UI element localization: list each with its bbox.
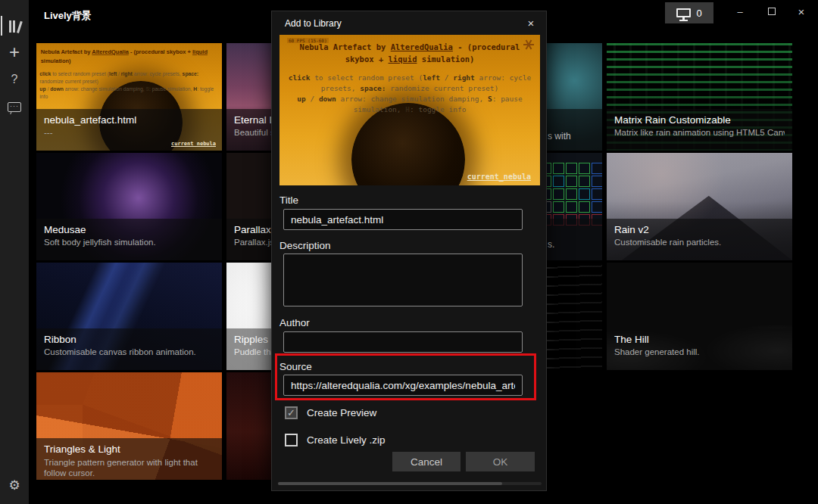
fps-counter: 60 FPS (15-60) (287, 38, 329, 43)
wallpaper-preview: 60 FPS (15-60) Nebula Artefact by Altere… (279, 35, 540, 185)
dialog-title: Add to Library (285, 18, 342, 29)
ok-button[interactable]: OK (466, 452, 535, 471)
tile-subtitle: Soft body jellyfish simulation. (44, 238, 214, 247)
cancel-button[interactable]: Cancel (392, 452, 461, 471)
current-nebula-link: current_nebula (171, 141, 216, 147)
tile-ribbon[interactable]: Ribbon Customisable canvas ribbon animat… (36, 263, 222, 370)
tile-label: Medusae Soft body jellyfish simulation. (36, 219, 222, 260)
description-input[interactable] (283, 254, 523, 306)
tile-subtitle: Triangle pattern generator with light th… (44, 457, 214, 479)
tile-subtitle: Matrix like rain animation using HTML5 C… (614, 128, 785, 137)
tile-subtitle: Customisable rain particles. (614, 238, 785, 247)
close-icon: × (798, 5, 805, 18)
tile-title: Triangles & Light (44, 443, 214, 455)
author-input[interactable] (283, 331, 523, 353)
tile-triangles-light[interactable]: Triangles & Light Triangle pattern gener… (36, 372, 222, 480)
create-zip-checkbox[interactable] (285, 434, 298, 446)
tile-subtitle: Customisable canvas ribbon animation. (44, 347, 214, 356)
gear-icon: ⚙ (8, 478, 20, 493)
monitor-icon (676, 8, 691, 17)
create-preview-label: Create Preview (307, 407, 376, 418)
create-preview-checkbox[interactable]: ✓ (285, 406, 298, 419)
tile-subtitle-fragment: s with (548, 131, 571, 142)
plus-icon: + (9, 45, 20, 60)
periodic-table-graphic (540, 163, 602, 226)
sidebar-item-add-wallpaper[interactable]: + (0, 39, 29, 65)
tile-the-hill[interactable]: The Hill Shader generated hill. (607, 263, 792, 370)
liquid-link: liquid (389, 54, 417, 64)
nebula-overlay-text: Nebula Artefact by AlteredQualia - (proc… (36, 43, 222, 101)
help-icon: ? (11, 73, 18, 86)
create-preview-row[interactable]: ✓ Create Preview (285, 406, 376, 419)
tile-subtitle-fragment: s. (548, 239, 554, 250)
sidebar-item-help[interactable]: ? (0, 67, 29, 92)
close-icon: × (528, 17, 535, 30)
create-zip-row[interactable]: Create Lively .zip (285, 434, 386, 446)
add-to-library-dialog: Add to Library × 60 FPS (15-60) Nebula A… (271, 11, 547, 491)
dialog-horizontal-scrollbar[interactable] (278, 482, 542, 485)
library-icon (9, 20, 20, 33)
tile-label: Rain v2 Customisable rain particles. (607, 219, 792, 260)
create-zip-label: Create Lively .zip (307, 434, 386, 446)
tile-nebula-artefact[interactable]: Nebula Artefact by AlteredQualia - (proc… (36, 43, 222, 151)
tile-rain-v2[interactable]: Rain v2 Customisable rain particles. (607, 153, 792, 260)
tile-label: Triangles & Light Triangle pattern gener… (36, 438, 222, 480)
feedback-icon: ··· (8, 102, 21, 112)
source-field-label: Source (279, 361, 312, 372)
maximize-icon (768, 8, 776, 15)
minimize-icon: – (737, 6, 742, 17)
maximize-button[interactable] (755, 0, 788, 23)
sidebar: + ? ··· ⚙ (0, 0, 29, 504)
tile-medusae[interactable]: Medusae Soft body jellyfish simulation. (36, 153, 222, 260)
tile-matrix-rain[interactable]: Matrix Rain Customizable Matrix like rai… (607, 43, 792, 151)
current-nebula-link[interactable]: current_nebula (467, 173, 531, 181)
source-input[interactable] (283, 375, 523, 396)
tile-title: Medusae (44, 224, 214, 235)
tile-subtitle: Shader generated hill. (614, 347, 785, 356)
snowflake-icon (523, 39, 534, 50)
sidebar-item-library[interactable] (0, 13, 29, 39)
lively-wallpaper-window: + ? ··· ⚙ Lively背景 0 – × Nebula Artefact… (0, 0, 818, 504)
title-input[interactable] (283, 209, 523, 230)
tile-title: nebula_artefact.html (44, 114, 214, 126)
sidebar-item-feedback[interactable]: ··· (0, 94, 29, 120)
title-field-label: Title (279, 194, 298, 206)
dialog-close-button[interactable]: × (522, 15, 540, 32)
page-title: Lively背景 (44, 9, 92, 23)
tile-title: The Hill (614, 334, 785, 345)
tile-label: The Hill Shader generated hill. (607, 328, 792, 370)
author-field-label: Author (279, 317, 310, 328)
tile-subtitle: --- (44, 128, 214, 137)
nebula-overlay-text: Nebula Artefact by AlteredQualia - (proc… (279, 35, 540, 116)
close-window-button[interactable]: × (785, 0, 818, 23)
scrollbar-thumb[interactable] (278, 482, 502, 485)
tile-title: Ribbon (44, 334, 214, 345)
minimize-button[interactable]: – (723, 0, 757, 23)
sidebar-item-settings[interactable]: ⚙ (0, 472, 29, 498)
tile-label: Ribbon Customisable canvas ribbon animat… (36, 328, 222, 370)
alteredqualia-link: AlteredQualia (391, 42, 453, 51)
monitor-count: 0 (696, 8, 701, 19)
tile-title: Matrix Rain Customizable (614, 114, 785, 126)
display-select-button[interactable]: 0 (665, 2, 713, 23)
tile-title: Rain v2 (614, 224, 785, 235)
tile-label: Matrix Rain Customizable Matrix like rai… (607, 109, 792, 151)
description-field-label: Description (279, 240, 331, 251)
